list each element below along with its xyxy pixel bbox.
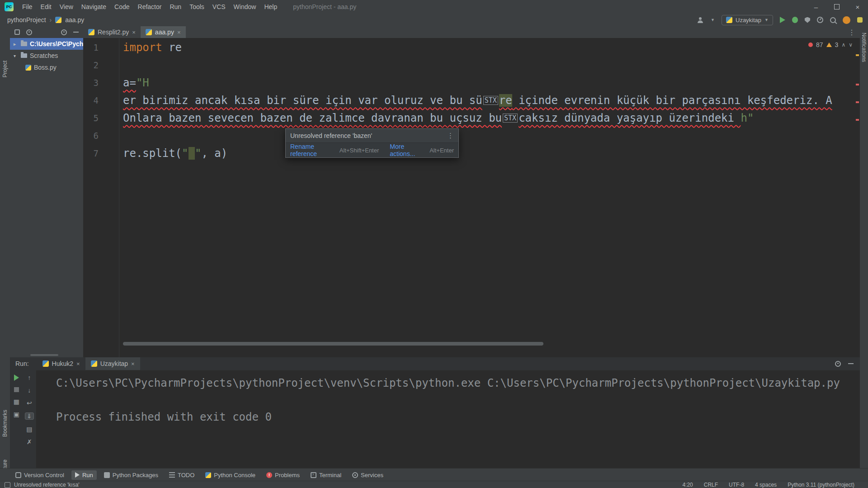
close-tab-icon[interactable]: × [131,360,135,367]
menu-help[interactable]: Help [260,0,281,14]
tree-item-boss-py[interactable]: Boss.py [10,62,83,73]
toolwindow-services[interactable]: Services [349,470,387,480]
rename-reference-link[interactable]: Rename reference [290,143,336,157]
close-tab-icon[interactable]: × [132,29,136,36]
breadcrumb-file[interactable]: aaa.py [65,16,84,24]
tab-options-icon[interactable]: ⋮ [848,28,860,37]
tree-item-project-root[interactable]: ▸ C:\Users\PC\PycharmP [10,38,83,50]
indent-setting[interactable]: 4 spaces [755,482,777,488]
select-opened-file-icon[interactable] [14,29,20,35]
toolwindow-label: Run [82,472,93,479]
project-horizontal-scrollbar[interactable] [30,354,58,356]
next-error-icon[interactable]: ∨ [849,42,853,48]
run-tab-uzaykitap[interactable]: Uzaykitap × [85,357,140,370]
project-panel: ▸ C:\Users\PC\PycharmP ▾ Scratches Boss.… [10,26,84,357]
inspections-widget[interactable]: 87 3 ∧ ∨ [808,41,853,48]
up-stack-trace-icon[interactable]: ↑ [28,374,31,381]
python-file-icon [146,29,152,35]
stop-icon[interactable] [14,387,19,392]
run-button[interactable] [780,17,785,23]
control-char-stx: STX [483,96,498,105]
file-encoding[interactable]: UTF-8 [729,482,744,488]
toolwindow-label: Terminal [319,472,341,479]
menu-navigate[interactable]: Navigate [77,0,110,14]
rerun-icon[interactable] [14,374,19,381]
more-options-icon[interactable]: ⋮ [447,132,454,140]
intention-popup: Unresolved reference 'bazen' ⋮ Rename re… [285,128,459,158]
ide-update-icon[interactable] [857,17,863,23]
menu-run[interactable]: Run [165,0,185,14]
menu-tools[interactable]: Tools [185,0,208,14]
code-line-5: Onlara bazen sevecen bazen de zalimce da… [123,109,860,127]
profiler-button[interactable] [817,17,823,23]
chevron-right-icon[interactable]: ▸ [14,42,18,47]
editor[interactable]: 1 2 3 4 5 6 7 import re a="H er birimiz … [83,38,860,357]
toolwindow-run[interactable]: Run [71,470,97,480]
more-actions-link[interactable]: More actions... [390,143,426,157]
search-icon[interactable] [830,17,836,23]
run-console[interactable]: C:\Users\PC\PycharmProjects\pythonProjec… [36,370,860,468]
debug-button[interactable] [792,17,798,23]
close-tab-icon[interactable]: × [76,360,80,367]
error-stripe-warning-mark[interactable] [856,54,859,56]
error-stripe-mark[interactable] [856,84,859,85]
previous-error-icon[interactable]: ∧ [841,42,845,48]
gear-icon[interactable] [26,29,32,35]
run-settings-gear-icon[interactable] [835,361,841,367]
line-separator[interactable]: CRLF [704,482,718,488]
horizontal-scrollbar[interactable] [123,342,543,346]
run-toolbar: ▼ Uzaykitap ▼ [697,15,868,25]
tool-strip-project[interactable]: Project [2,61,8,77]
hide-panel-icon[interactable] [848,363,854,364]
breadcrumb-project[interactable]: pythonProject [7,16,46,24]
menu-bar: PC File Edit View Navigate Code Refactor… [0,0,868,14]
soft-wrap-icon[interactable]: ↩ [27,400,32,406]
toolwindow-python-packages[interactable]: Python Packages [100,470,162,480]
menu-code[interactable]: Code [110,0,133,14]
tab-resplit2-py[interactable]: Resplit2.py × [83,26,141,38]
maximize-icon[interactable] [826,0,847,14]
hide-panel-icon[interactable] [73,32,79,33]
caret-position[interactable]: 4:20 [682,482,693,488]
menu-vcs[interactable]: VCS [208,0,230,14]
tree-item-scratches[interactable]: ▾ Scratches [10,50,83,62]
tool-strip-notifications[interactable]: Notifications [861,33,867,62]
tool-strip-bookmarks[interactable]: Bookmarks [2,410,8,437]
toolwindow-label: Problems [275,472,300,479]
down-stack-trace-icon[interactable]: ↓ [28,387,31,393]
run-panel-header: Run: Hukuk2 × Uzaykitap × [10,357,860,370]
user-avatar[interactable] [843,16,850,24]
settings-icon[interactable] [61,29,67,35]
minimize-icon[interactable]: – [806,0,826,14]
toolwindow-python-console[interactable]: Python Console [202,470,259,480]
restore-layout-icon[interactable]: ▦ [14,398,19,405]
print-icon[interactable]: ▤ [26,426,32,432]
toolwindow-problems[interactable]: Problems [263,470,303,480]
code-with-me-icon[interactable] [697,17,704,23]
toolwindow-label: Version Control [24,472,64,479]
toolwindow-todo[interactable]: TODO [165,470,198,480]
run-configuration-select[interactable]: Uzaykitap ▼ [722,15,773,25]
code-area[interactable]: import re a="H er birimiz ancak kısa bir… [123,38,860,357]
menu-edit[interactable]: Edit [37,0,56,14]
menu-window[interactable]: Window [230,0,260,14]
coverage-button[interactable] [805,17,810,23]
menu-refactor[interactable]: Refactor [134,0,166,14]
usage-highlight [189,147,195,160]
menu-file[interactable]: File [18,0,37,14]
line-number: 1 [83,39,99,57]
close-icon[interactable]: × [847,0,868,14]
tab-aaa-py[interactable]: aaa.py × [141,26,186,38]
toolwindow-version-control[interactable]: Version Control [12,470,68,480]
toolwindow-terminal[interactable]: Terminal [307,470,345,480]
chevron-down-icon[interactable]: ▾ [14,53,18,58]
menu-view[interactable]: View [56,0,77,14]
pin-tab-icon[interactable]: ▣ [14,411,19,417]
python-interpreter[interactable]: Python 3.11 (pythonProject) [788,482,854,488]
run-tab-hukuk2[interactable]: Hukuk2 × [37,357,85,370]
close-tab-icon[interactable]: × [177,29,181,36]
scroll-to-end-icon[interactable]: ⇓ [25,412,34,420]
error-stripe-mark[interactable] [856,101,859,103]
error-stripe-mark[interactable] [856,119,859,121]
clear-all-icon[interactable]: ✗ [27,439,32,445]
